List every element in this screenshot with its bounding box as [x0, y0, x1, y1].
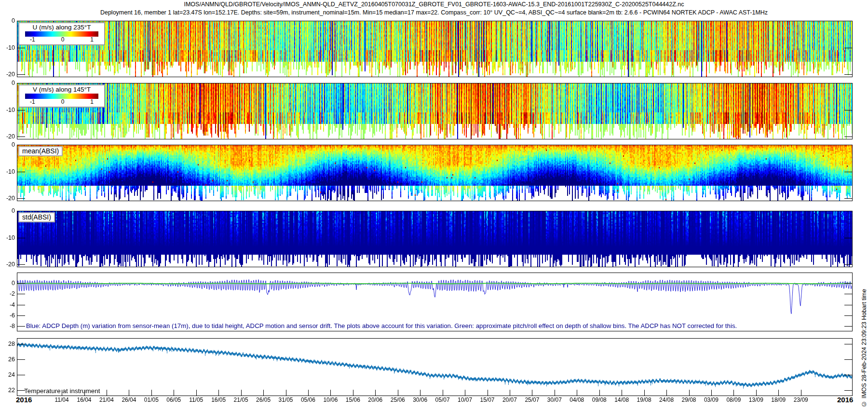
v-cbar-tick-1: 1	[90, 99, 94, 105]
x-tick-label: 03/09	[697, 396, 726, 403]
imos-copyright-watermark: © IMOS 28-Feb-2024 23:09:23 Hobart time	[861, 289, 868, 407]
y-tick-label: -8	[0, 323, 15, 329]
u-velocity-heatmap-canvas	[17, 21, 852, 77]
x-tick-label: 05/06	[294, 396, 323, 403]
mean-absi-heatmap-canvas	[17, 145, 852, 201]
x-tick-label: 15/06	[339, 396, 367, 403]
y-tick-label: -20	[0, 195, 15, 202]
x-tick-label: 26/05	[249, 396, 278, 403]
x-tick-label: 19/08	[630, 396, 659, 403]
u-cbar-tick-neg1: -1	[30, 37, 35, 43]
y-tick-label: -2	[0, 290, 15, 297]
u-cbar-tick-0: 0	[61, 37, 65, 43]
mean-absi-label: mean(ABSI)	[18, 146, 63, 156]
v-colorbar-ticks: -1 0 1	[19, 99, 104, 105]
x-tick-label: 21/05	[227, 396, 256, 403]
y-tick-label: -4	[0, 301, 15, 308]
x-tick-label: 24/08	[652, 396, 681, 403]
v-legend-title: V (m/s) along 145°T	[19, 86, 104, 93]
x-tick-label: 30/07	[540, 396, 569, 403]
panel-mean-absi: mean(ABSI)	[17, 145, 853, 201]
x-tick-label: 04/08	[562, 396, 591, 403]
y-tick-label: -20	[0, 133, 15, 140]
x-tick-label: 25/07	[517, 396, 546, 403]
y-tick-label: -20	[0, 71, 15, 78]
v-velocity-heatmap-canvas	[17, 83, 852, 139]
x-tick-label: 10/06	[316, 396, 345, 403]
y-tick-label: -10	[0, 168, 15, 175]
x-tick-label: 31/05	[271, 396, 300, 403]
x-tick-label: 14/08	[607, 396, 636, 403]
y-tick-label: -10	[0, 107, 15, 113]
x-tick-label: 08/09	[719, 396, 748, 403]
x-axis-year-left: 2016	[16, 396, 32, 404]
std-absi-label: std(ABSI)	[18, 212, 55, 222]
x-tick-label: 01/05	[137, 396, 166, 403]
y-tick-label: 0	[0, 17, 15, 24]
panel-depth-variation: Blue: ADCP Depth (m) variation from sens…	[17, 273, 853, 331]
x-tick-label: 16/05	[204, 396, 233, 403]
panel-temperature: Temperature at instrument	[17, 338, 853, 396]
x-tick-label: 20/06	[361, 396, 390, 403]
depth-variation-annotation: Blue: ADCP Depth (m) variation from sens…	[26, 322, 737, 329]
u-colorbar-ticks: -1 0 1	[19, 37, 104, 43]
x-tick-label: 18/09	[764, 396, 793, 403]
x-tick-label: 11/05	[182, 396, 211, 403]
x-tick-label: 09/08	[585, 396, 614, 403]
x-tick-label: 30/06	[406, 396, 434, 403]
figure-title-filename: IMOS/ANMN/QLD/GBROTE/Velocity/IMOS_ANMN-…	[0, 1, 868, 8]
x-tick-label: 11/04	[47, 396, 76, 403]
panel-std-absi: std(ABSI)	[17, 211, 853, 267]
panel-u-velocity: U (m/s) along 235°T -1 0 1	[17, 21, 853, 77]
x-tick-label: 16/04	[70, 396, 99, 403]
x-tick-label: 25/06	[383, 396, 412, 403]
y-tick-label: 28	[0, 341, 15, 347]
x-tick-label: 05/07	[428, 396, 457, 403]
x-tick-label: 26/04	[114, 396, 143, 403]
figure-root: IMOS/ANMN/QLD/GBROTE/Velocity/IMOS_ANMN-…	[0, 0, 868, 410]
std-absi-heatmap-canvas	[17, 211, 852, 267]
y-tick-label: 0	[0, 80, 15, 86]
u-colorbar-legend: U (m/s) along 235°T -1 0 1	[18, 22, 105, 45]
u-cbar-tick-1: 1	[90, 37, 94, 43]
temperature-line-canvas	[17, 339, 852, 396]
x-axis-year-right: 2016	[837, 396, 853, 404]
x-tick-label: 15/07	[473, 396, 502, 403]
y-tick-label: -10	[0, 234, 15, 241]
y-tick-label: -20	[0, 261, 15, 268]
y-tick-label: -6	[0, 312, 15, 319]
y-tick-label: 0	[0, 280, 15, 287]
y-tick-label: -10	[0, 44, 15, 51]
v-cbar-tick-neg1: -1	[30, 99, 35, 105]
x-tick-label: 29/08	[675, 396, 704, 403]
v-colorbar-legend: V (m/s) along 145°T -1 0 1	[18, 84, 105, 108]
y-tick-label: 0	[0, 141, 15, 148]
x-tick-label: 21/04	[92, 396, 121, 403]
x-tick-label: 10/07	[450, 396, 479, 403]
y-tick-label: 0	[0, 207, 15, 214]
panel-v-velocity: V (m/s) along 145°T -1 0 1	[17, 83, 853, 139]
y-tick-label: 22	[0, 387, 15, 394]
temperature-label: Temperature at instrument	[24, 387, 100, 395]
y-tick-label: 26	[0, 356, 15, 363]
x-tick-label: 23/09	[787, 396, 815, 403]
u-legend-title: U (m/s) along 235°T	[19, 24, 104, 31]
x-tick-label: 20/07	[495, 396, 524, 403]
v-cbar-tick-0: 0	[61, 99, 65, 105]
figure-subtitle-deployment: Deployment 16, member 1 lat=23.47S lon=1…	[0, 9, 868, 16]
y-tick-label: 24	[0, 371, 15, 378]
x-tick-label: 06/05	[159, 396, 188, 403]
x-tick-label: 13/09	[742, 396, 771, 403]
